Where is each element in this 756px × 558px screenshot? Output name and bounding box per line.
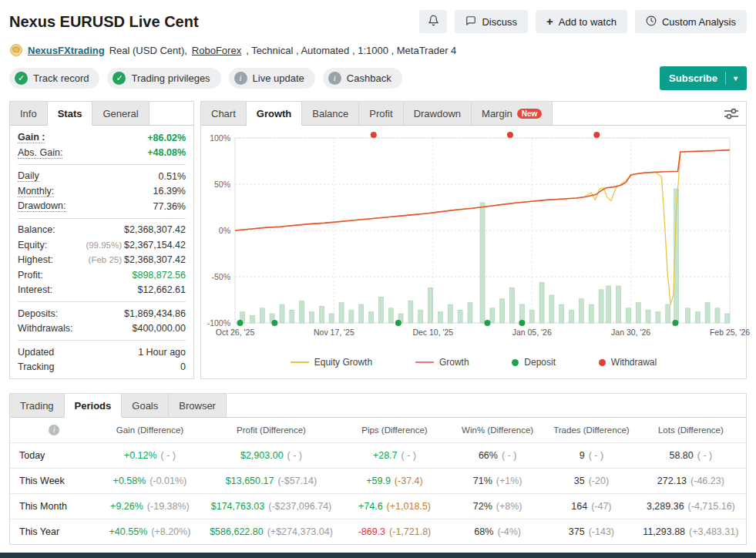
stat-value-text: $2,368,307.42: [124, 254, 186, 265]
stat-label: Updated: [18, 347, 54, 358]
add-to-watch-button[interactable]: + Add to watch: [536, 10, 627, 33]
stat-prefix: (99.95%): [86, 240, 122, 250]
stat-value: $400,000.00: [132, 323, 186, 334]
add-to-watch-label: Add to watch: [559, 16, 617, 28]
stat-value-text: $2,368,307.42: [124, 224, 186, 235]
stat-row: Equity:(99.95%)$2,367,154.42: [18, 237, 186, 253]
chart-tab-chart[interactable]: Chart: [201, 102, 247, 125]
cell-value: +74.6: [358, 501, 383, 512]
column-header: Trades (Difference): [547, 418, 636, 443]
growth-chart[interactable]: 100%50%0%-50%-100%Oct 26, '25Nov 17, '25…: [201, 126, 746, 351]
period-cell: 68%(-4%): [448, 519, 547, 545]
badge-cashback[interactable]: iCashback: [323, 68, 402, 89]
cell-difference: (+3,483.31): [689, 526, 738, 537]
cell-difference: (-$237,096.74): [268, 501, 331, 512]
stat-row: Daily0.51%: [18, 169, 186, 184]
chart-tab-balance[interactable]: Balance: [302, 102, 359, 125]
cell-difference: (-37.4): [395, 476, 423, 486]
chart-canvas: 100%50%0%-50%-100%Oct 26, '25Nov 17, '25…: [203, 129, 742, 351]
cell-value: +40.55%: [109, 526, 148, 537]
chevron-down-icon: ▾: [734, 74, 738, 82]
subscribe-button[interactable]: Subscribe ▾: [660, 66, 747, 90]
stat-value-text: $898,872.56: [132, 270, 186, 281]
cell-value: $174,763.03: [211, 501, 265, 512]
cell-value: 9: [580, 450, 585, 461]
cell-difference: ( - ): [402, 450, 416, 461]
stat-label[interactable]: Drawdown:: [18, 200, 66, 212]
legend-label: Growth: [439, 357, 469, 368]
cell-value: 272.13: [657, 476, 687, 486]
cell-difference: (-0.01%): [150, 476, 186, 486]
period-cell: +0.58%(-0.01%): [99, 469, 202, 494]
chart-tab-margin[interactable]: MarginNew: [472, 102, 553, 125]
stat-value-text: $2,367,154.42: [124, 240, 186, 250]
stat-value-text: 0.51%: [159, 171, 186, 182]
cell-value: +28.7: [373, 450, 398, 461]
period-cell: $2,903.00( - ): [201, 443, 341, 469]
stat-row: Profit:$898,872.56: [18, 267, 186, 283]
badge-trading-privileges[interactable]: ✓Trading privileges: [107, 68, 220, 89]
chart-tab-drawdown[interactable]: Drawdown: [404, 102, 472, 125]
chart-tab-profit[interactable]: Profit: [359, 102, 403, 125]
chart-tab-growth[interactable]: Growth: [247, 102, 303, 126]
period-cell: +59.9(-37.4): [341, 469, 448, 494]
periods-tab-browser[interactable]: Browser: [169, 394, 227, 417]
periods-panel: TradingPeriodsGoalsBrowser iGain (Differ…: [9, 393, 747, 545]
legend-line-swatch: [291, 361, 309, 363]
custom-analysis-button[interactable]: Custom Analysis: [635, 10, 747, 33]
stats-tab-general[interactable]: General: [92, 102, 149, 125]
info-icon[interactable]: i: [49, 425, 59, 435]
svg-text:Jan 30, '26: Jan 30, '26: [611, 328, 650, 337]
stat-row: Tracking0: [18, 360, 186, 375]
cell-value: 164: [571, 501, 587, 512]
cell-difference: (+1,018.5): [387, 501, 431, 512]
periods-panel-tabs: TradingPeriodsGoalsBrowser: [10, 394, 746, 418]
tab-label: Trading: [20, 400, 54, 412]
periods-tab-periods[interactable]: Periods: [65, 394, 123, 418]
stat-label[interactable]: Abs. Gain:: [18, 147, 62, 159]
tab-label: Stats: [58, 108, 82, 119]
trader-link[interactable]: NexusFXtrading: [28, 45, 105, 56]
stats-tab-stats[interactable]: Stats: [48, 102, 93, 126]
cell-difference: ( - ): [502, 450, 516, 461]
stats-tab-info[interactable]: Info: [10, 102, 48, 125]
info-icon: i: [234, 72, 247, 85]
badge-label: Cashback: [347, 72, 391, 84]
chat-icon: [465, 15, 476, 29]
tab-label: Balance: [312, 108, 348, 119]
legend-dot-swatch: [599, 359, 606, 366]
notifications-button[interactable]: [419, 10, 447, 33]
stat-label[interactable]: Monthly:: [18, 186, 54, 197]
separator: [18, 218, 186, 219]
discuss-button[interactable]: Discuss: [455, 10, 528, 33]
custom-analysis-label: Custom Analysis: [662, 16, 736, 28]
period-cell: +28.7( - ): [341, 443, 448, 469]
periods-tab-goals[interactable]: Goals: [122, 394, 169, 417]
column-header: Pips (Difference): [341, 418, 448, 443]
periods-tab-trading[interactable]: Trading: [10, 394, 65, 417]
badge-track-record[interactable]: ✓Track record: [9, 68, 99, 89]
stat-row: Updated1 Hour ago: [18, 345, 186, 360]
cell-value: +9.26%: [110, 501, 143, 512]
svg-text:Jan 05, '26: Jan 05, '26: [512, 328, 552, 337]
svg-text:Feb 25, '26: Feb 25, '26: [710, 328, 750, 337]
stat-value-text: $1,869,434.86: [124, 308, 186, 319]
stat-label[interactable]: Daily: [18, 170, 39, 182]
stat-prefix: (Feb 25): [89, 255, 122, 264]
page: Nexus EURUSD Live Cent Discuss + Add to …: [0, 0, 756, 545]
broker-link[interactable]: RoboForex: [192, 45, 241, 56]
period-cell: 72%(+8%): [448, 494, 547, 519]
cell-difference: ( - ): [697, 450, 712, 461]
period-label: This Month: [10, 494, 99, 519]
separator: [18, 340, 186, 341]
stat-row: Interest:$12,662.61: [18, 283, 186, 298]
discuss-label: Discuss: [482, 16, 517, 28]
table-row: This Year+40.55%(+8.20%)$586,622.80(+$27…: [10, 519, 746, 545]
badge-live-update[interactable]: iLive update: [229, 68, 315, 89]
period-cell: +74.6(+1,018.5): [341, 494, 448, 519]
table-info-header: i: [10, 418, 99, 443]
cell-value: 11,293.88: [643, 526, 685, 537]
cell-difference: (+8.20%): [151, 526, 190, 537]
chart-settings-icon[interactable]: [724, 108, 738, 119]
stat-label[interactable]: Gain :: [18, 132, 45, 143]
